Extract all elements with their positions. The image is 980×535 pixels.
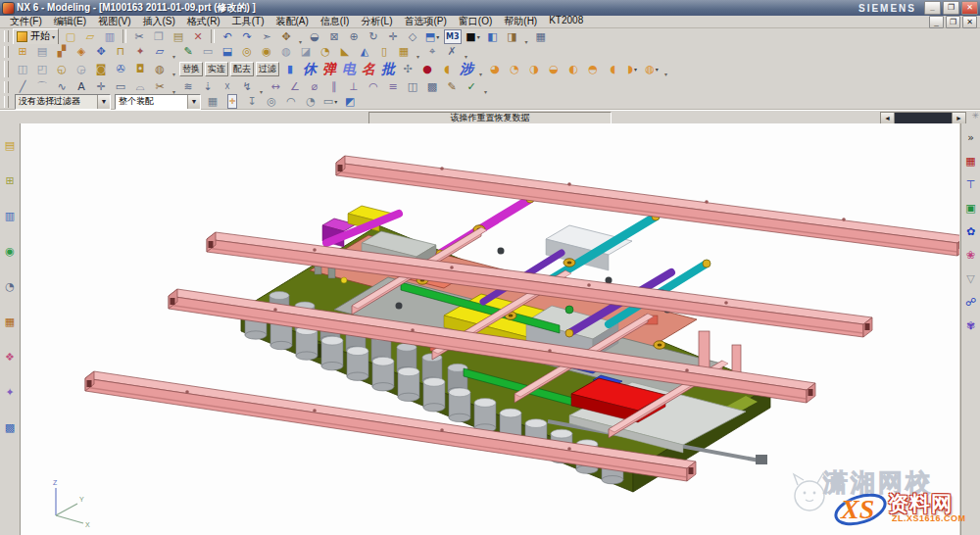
assembly-navigator-icon[interactable]: ▤: [1, 136, 20, 154]
mold-tool-6-button[interactable]: ▽: [961, 269, 980, 287]
layer-settings-button[interactable]: ◙: [92, 61, 110, 77]
operation-navigator-icon[interactable]: ◉: [1, 242, 20, 260]
subtract-button[interactable]: ◪: [297, 43, 315, 60]
toolbar-grip[interactable]: [4, 30, 9, 43]
face-analysis-8-button-dropdown-icon[interactable]: ▾: [634, 66, 637, 73]
constraint-tangent-button[interactable]: ◠: [365, 78, 382, 95]
mold-tool-3-button[interactable]: ▣: [961, 199, 980, 217]
display-mode-button[interactable]: ◶: [73, 61, 90, 77]
face-analysis-6-button[interactable]: ◓: [584, 61, 602, 77]
face-analysis-9-button[interactable]: ◍▾: [643, 61, 661, 77]
datum-plane-button[interactable]: ▭: [199, 43, 217, 60]
delete-button[interactable]: ✕: [189, 28, 207, 45]
unite-button[interactable]: ◍: [277, 43, 295, 60]
render-style-button[interactable]: M3: [443, 28, 463, 45]
face-analysis-9-button-dropdown-icon[interactable]: ▾: [656, 66, 659, 73]
mold-tool-5-button[interactable]: ❀: [961, 246, 980, 264]
trim-body-button[interactable]: ◭: [356, 43, 373, 60]
graphics-window[interactable]: Z X Y: [21, 123, 959, 535]
studio-render-button[interactable]: ◍: [151, 61, 169, 77]
section-view-button[interactable]: ◫: [14, 61, 31, 77]
face-analysis-8-button[interactable]: ◗▾: [623, 61, 641, 77]
auto-constrain-button[interactable]: ✓: [463, 78, 480, 95]
offset-curve-button[interactable]: ≋: [179, 78, 197, 95]
center-snap-button[interactable]: ◎: [263, 93, 280, 110]
copy-button[interactable]: ❐: [150, 28, 168, 45]
web-browser-icon[interactable]: ▩: [1, 418, 20, 436]
show-hide-button[interactable]: ◒: [306, 28, 323, 45]
toolbar-grip[interactable]: [4, 61, 9, 77]
menu-item-6[interactable]: 装配(A): [270, 15, 314, 28]
point-button[interactable]: ✛: [92, 78, 110, 95]
toolbar-grip[interactable]: [4, 96, 9, 108]
examine-geometry-button[interactable]: ✗: [443, 43, 461, 60]
context-help-button[interactable]: ▦: [532, 28, 550, 45]
minimize-button[interactable]: _: [924, 1, 941, 15]
menu-item-11[interactable]: 帮助(H): [498, 15, 543, 28]
selection-scope-dropdown-icon[interactable]: ▼: [187, 95, 200, 109]
macro-pi-button[interactable]: 批: [379, 61, 397, 77]
edit-section-button[interactable]: ◵: [53, 61, 71, 77]
selection-filter-combo[interactable]: 没有选择过滤器 ▼: [15, 94, 111, 110]
face-analysis-3-button[interactable]: ◑: [525, 61, 543, 77]
assembly-constraints-button[interactable]: ⊓: [112, 43, 129, 60]
component-pattern-button[interactable]: ▞: [53, 43, 71, 60]
gold-tool-button[interactable]: ◖: [438, 61, 456, 77]
snapshot-button[interactable]: ◨: [504, 28, 521, 45]
menu-item-10[interactable]: 窗口(O): [453, 15, 498, 28]
selection-filter-dropdown-icon[interactable]: ▼: [97, 95, 110, 109]
menu-item-7[interactable]: 信息(I): [315, 15, 355, 28]
toolbar-options-chevron[interactable]: ▾: [664, 71, 667, 77]
type-filter-button[interactable]: ▦: [204, 93, 221, 110]
macro-dian-button[interactable]: 电: [340, 61, 358, 77]
toolbar-grip[interactable]: [4, 46, 9, 58]
pick-filter-tool-button[interactable]: ✣: [399, 61, 416, 77]
menu-item-9[interactable]: 首选项(P): [399, 15, 453, 28]
mold-tool-7-button[interactable]: ☍: [961, 293, 980, 311]
face-analysis-5-button[interactable]: ◐: [564, 61, 582, 77]
background-color-button-dropdown-icon[interactable]: ▾: [477, 33, 480, 40]
macro-she-button[interactable]: 涉: [458, 61, 475, 77]
snap-point-button[interactable]: ✛: [223, 93, 241, 110]
macro-tan-button[interactable]: 弹: [320, 61, 338, 77]
mold-tool-1-button[interactable]: ▦: [961, 152, 980, 170]
edit-curve-button[interactable]: ✎: [443, 78, 461, 95]
hole-button[interactable]: ◉: [258, 43, 275, 60]
pattern-feature-button[interactable]: ▦: [395, 43, 413, 60]
expand-toolbar-button[interactable]: »: [961, 128, 980, 146]
wave-geometry-button[interactable]: ✦: [131, 43, 149, 60]
open-file-button[interactable]: ▱: [81, 28, 99, 45]
rectangle-select-button-dropdown-icon[interactable]: ▾: [334, 98, 337, 105]
menu-item-1[interactable]: 编辑(E): [48, 15, 92, 28]
cut-button[interactable]: ✂: [130, 28, 148, 45]
reuse-library-icon[interactable]: ▦: [1, 313, 20, 330]
child-minimize-button[interactable]: _: [929, 16, 944, 28]
appearance-button[interactable]: ◘: [131, 61, 149, 77]
selection-arrow-button[interactable]: ➣: [258, 28, 275, 45]
text-curve-button[interactable]: A: [73, 78, 90, 95]
perspective-button[interactable]: ◇: [404, 28, 421, 45]
rectangle-button[interactable]: ▭: [112, 78, 129, 95]
face-analysis-2-button[interactable]: ◔: [506, 61, 523, 77]
add-component-button[interactable]: ⊞: [14, 43, 31, 60]
profile-line-button[interactable]: ╱: [14, 78, 31, 95]
mold-tool-8-button[interactable]: ✾: [961, 316, 980, 334]
paste-button[interactable]: ▤: [170, 28, 187, 45]
highlight-bar-button[interactable]: ▮: [281, 61, 299, 77]
redo-button[interactable]: ↷: [238, 28, 256, 45]
menu-item-4[interactable]: 格式(R): [181, 15, 226, 28]
menu-item-0[interactable]: 文件(F): [4, 15, 48, 28]
roles-icon[interactable]: ❖: [1, 348, 20, 365]
pan-button[interactable]: ✛: [384, 28, 402, 45]
extrude-button[interactable]: ⬓: [219, 43, 236, 60]
endpoint-snap-button[interactable]: ↧: [243, 93, 261, 110]
solid-connect-tool-button[interactable]: 实连: [205, 62, 228, 76]
menu-item-2[interactable]: 视图(V): [92, 15, 136, 28]
shaded-pick-button[interactable]: ◩: [341, 93, 359, 110]
menu-item-12[interactable]: KT2008: [543, 15, 589, 28]
undo-button[interactable]: ↶: [219, 28, 236, 45]
touch-pick-button[interactable]: ✥: [277, 28, 295, 45]
rectangle-select-button[interactable]: ▭▾: [321, 93, 339, 110]
macro-ming-button[interactable]: 名: [360, 61, 377, 77]
fit-view-button[interactable]: ⊠: [325, 28, 343, 45]
